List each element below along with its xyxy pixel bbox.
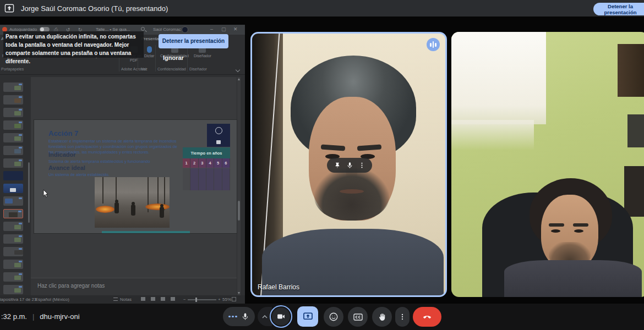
reactions-button[interactable]	[324, 307, 343, 327]
slide-thumbnail[interactable]	[3, 158, 23, 168]
scroll-up-arrow-icon[interactable]	[238, 78, 240, 80]
divider: |	[32, 312, 34, 321]
notes-toggle[interactable]: Notas	[120, 297, 132, 302]
pin-icon[interactable]	[334, 162, 341, 169]
camera-button[interactable]	[270, 305, 292, 328]
group-sensitivity: Confidencialidad	[157, 67, 186, 71]
slide-thumbnail[interactable]	[3, 272, 23, 282]
audio-activity-icon	[228, 316, 237, 318]
ribbon-separator	[187, 45, 188, 72]
notes-icon	[113, 298, 118, 301]
account-name: Saúl Coromac	[153, 27, 181, 32]
slide-thumbnail[interactable]	[3, 82, 23, 92]
slide-thumbnail-selected[interactable]	[3, 209, 23, 218]
person2-face	[541, 195, 598, 269]
slide-thumbnail[interactable]	[3, 108, 23, 117]
zoom-level[interactable]: 55%	[222, 297, 231, 302]
indicator-heading: Indicador	[48, 151, 76, 158]
slide-17[interactable]: Acción 7 Establecer e implementar un sis…	[34, 120, 237, 233]
top-bar: Jorge Saúl Coromac Osorio (Tú, presentan…	[0, 0, 644, 16]
mic-icon[interactable]	[346, 162, 353, 169]
bottom-bar: :32 p.m. | dhu-mjrv-oni	[0, 304, 644, 330]
microphone-button[interactable]	[223, 307, 255, 326]
close-icon[interactable]: ✕	[233, 26, 238, 32]
meeting-info: :32 p.m. | dhu-mjrv-oni	[1, 312, 80, 321]
participant-name-label: Rafael Barrios	[258, 283, 299, 291]
indicator-text: Sistema de alerta temprana establecidos …	[48, 159, 150, 164]
thumbnail-scrollbar[interactable]	[28, 162, 30, 223]
search-icon[interactable]	[141, 27, 145, 31]
firefighter-silhouette	[160, 207, 164, 218]
scrollbar-thumb[interactable]	[238, 201, 240, 221]
minimize-icon[interactable]: –	[210, 26, 213, 32]
notes-area[interactable]: Haz clic para agregar notas	[31, 278, 237, 295]
video-tile-participant-2[interactable]	[451, 32, 644, 297]
present-screen-icon	[303, 311, 313, 322]
slide-count: Diapositiva 17 de 23	[0, 297, 37, 302]
zoom-slider[interactable]	[188, 299, 216, 300]
ribbon-collapse-chevron-icon[interactable]	[236, 68, 240, 72]
slide-thumbnail[interactable]	[3, 234, 23, 244]
slide-thumbnail[interactable]	[3, 222, 23, 231]
group-clipboard: Portapapeles	[1, 67, 24, 71]
present-screen-button[interactable]	[297, 306, 318, 327]
scroll-down-arrow-icon[interactable]	[238, 292, 240, 294]
timeline-table: Tiempo en años 1 2 3 4 5 6	[183, 147, 230, 190]
smiley-icon	[329, 312, 339, 322]
shared-screen-tile[interactable]: Autoguardado ⎙ ↺ ↻ Talle... • Se gua... …	[0, 25, 245, 304]
slide-thumbnail[interactable]	[3, 171, 23, 180]
infinite-mirror-warning: Para evitar una duplicación infinita, no…	[3, 31, 144, 58]
zoom-slider-knob[interactable]	[195, 298, 197, 302]
slide-thumbnail[interactable]	[3, 95, 23, 105]
captions-icon	[353, 312, 363, 322]
raise-hand-button[interactable]	[372, 307, 392, 327]
end-call-icon	[422, 311, 433, 322]
more-options-icon[interactable]	[358, 162, 365, 169]
dictate-button[interactable]: Dictar	[144, 46, 154, 58]
timeline-body-row	[183, 168, 230, 190]
ribbon-separator	[155, 45, 156, 72]
presenting-icon	[4, 4, 14, 13]
zoom-in-button[interactable]: +	[218, 297, 221, 302]
meeting-code: dhu-mjrv-oni	[40, 312, 79, 321]
hand-icon	[378, 312, 387, 322]
group-voice: Voz	[141, 67, 148, 71]
tile-hover-controls	[327, 158, 372, 173]
firefighter-silhouette	[131, 205, 135, 216]
language-label[interactable]: Español (México)	[35, 297, 69, 302]
slide-thumbnail[interactable]	[3, 120, 23, 130]
more-options-button[interactable]	[395, 307, 410, 327]
ideal-text: Un sistema de alerta establecido.	[48, 172, 110, 177]
wall-object	[627, 114, 644, 147]
dictate-mic-icon	[147, 46, 152, 53]
clock: :32 p.m.	[1, 312, 27, 321]
fit-slide-icon[interactable]	[232, 297, 236, 301]
timeline-years-row: 1 2 3 4 5 6	[183, 158, 230, 168]
slide-thumbnail[interactable]	[3, 196, 23, 206]
slide-thumbnail[interactable]	[3, 184, 23, 193]
stop-presentation-button[interactable]: Detener la presentación	[593, 3, 644, 15]
mouse-cursor	[43, 189, 49, 197]
slide-bottom-accent	[102, 231, 190, 233]
institution-logo	[207, 124, 230, 147]
maximize-icon[interactable]: ▢	[221, 26, 226, 32]
video-tile-rafael-barrios[interactable]: Rafael Barrios	[250, 32, 447, 297]
ppt-scrollbar[interactable]	[237, 77, 241, 295]
slide-thumbnail-panel	[3, 82, 30, 295]
view-switcher[interactable]	[141, 297, 175, 301]
timeline-header: Tiempo en años	[183, 147, 230, 158]
ignore-button[interactable]: Ignorar	[160, 54, 187, 62]
avatar[interactable]	[182, 26, 188, 33]
wall-shelf	[618, 44, 644, 97]
slide-thumbnail[interactable]	[3, 285, 23, 294]
stop-presentation-overlay-button[interactable]: Detener la presentación	[159, 34, 228, 48]
forest-fire-photo	[95, 177, 170, 228]
slide-thumbnail[interactable]	[3, 260, 23, 269]
bright-window	[451, 32, 546, 124]
slide-thumbnail[interactable]	[3, 133, 23, 142]
zoom-out-button[interactable]: −	[183, 297, 186, 302]
leave-call-button[interactable]	[413, 307, 441, 327]
slide-thumbnail[interactable]	[3, 146, 23, 155]
captions-button[interactable]	[348, 307, 368, 327]
slide-thumbnail[interactable]	[3, 247, 23, 256]
